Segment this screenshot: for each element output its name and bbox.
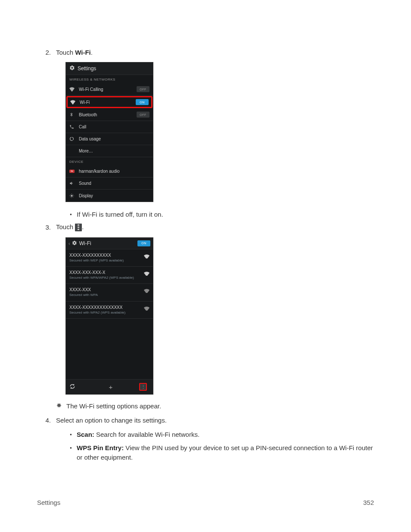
back-icon[interactable]: ‹ <box>68 241 70 246</box>
toggle-off[interactable]: OFF <box>137 86 149 92</box>
row-call[interactable]: Call <box>66 121 153 133</box>
bullet-text: If Wi-Fi is turned off, turn it on. <box>77 210 374 220</box>
wifi-signal-icon <box>141 253 149 259</box>
svg-point-2 <box>71 195 73 197</box>
step-number: 3. <box>37 224 56 231</box>
row-more[interactable]: More… <box>66 145 153 157</box>
wifi-security: Secured with WPA/WPA2 (WPS available) <box>69 276 141 280</box>
step-2-sub-bullets: ● If Wi-Fi is turned off, turn it on. <box>67 210 374 220</box>
wps-button[interactable] <box>69 383 82 391</box>
bullet-text: Scan: Search for available Wi-Fi network… <box>77 430 374 440</box>
step-4-sub-bullets: ● Scan: Search for available Wi-Fi netwo… <box>67 430 374 463</box>
screenshot-wifi-list: ‹ Wi-Fi ON XXXX-XXXXXXXXXX Secured with … <box>65 237 374 395</box>
phone-icon <box>69 124 76 129</box>
step-4: 4. Select an option to change its settin… <box>37 417 374 424</box>
menu-overflow-icon <box>75 224 82 231</box>
menu-overflow-highlighted[interactable]: ⋮ <box>139 383 147 391</box>
step-3: 3. Touch . <box>37 223 374 231</box>
gear-icon <box>69 65 75 72</box>
screenshot-settings: Settings WIRELESS & NETWORKS Wi-Fi Calli… <box>65 62 374 202</box>
wifi-security: Secured with WEP (WPS available) <box>69 258 141 263</box>
wifi-network-item[interactable]: XXXX-XXXXXXXXXXXXXX Secured with WPA2 (W… <box>66 302 153 319</box>
wifi-security: Secured with WPA2 (WPS available) <box>69 311 141 315</box>
toggle-on[interactable]: ON <box>136 99 149 105</box>
settings-title: Settings <box>78 65 96 72</box>
section-wireless-networks: WIRELESS & NETWORKS <box>66 75 153 83</box>
wifi-network-item[interactable]: XXXX-XXX-XXX-X Secured with WPA/WPA2 (WP… <box>66 267 153 284</box>
display-icon <box>69 193 76 198</box>
wifi-network-item[interactable]: XXXX-XXX Secured with WPA <box>66 284 153 301</box>
wifi-calling-icon <box>69 87 76 92</box>
step-text: Select an option to change its settings. <box>56 417 374 424</box>
row-sound[interactable]: Sound <box>66 177 153 190</box>
row-wifi-highlighted[interactable]: Wi-Fi ON <box>66 96 153 108</box>
page-footer: Settings 352 <box>37 499 374 506</box>
row-harman-kardon[interactable]: hk harman/kardon audio <box>66 165 153 177</box>
row-bluetooth[interactable]: Bluetooth OFF <box>66 109 153 121</box>
bullet-icon: ● <box>67 430 77 440</box>
wifi-title: Wi-Fi <box>79 240 137 246</box>
wifi-bottom-bar: + ⋮ <box>66 379 153 394</box>
settings-header: Settings <box>66 62 153 75</box>
svg-text:hk: hk <box>71 170 74 172</box>
bullet-icon: ● <box>67 210 77 220</box>
wifi-signal-icon <box>141 270 149 277</box>
wifi-ssid: XXXX-XXX-XXX-X <box>69 270 141 275</box>
step-number: 4. <box>37 417 56 424</box>
step-2: 2. Touch Wi-Fi. <box>37 49 374 56</box>
toggle-off[interactable]: OFF <box>137 112 149 118</box>
wifi-security: Secured with WPA <box>69 293 141 297</box>
step-number: 2. <box>37 49 56 56</box>
add-network-button[interactable]: + <box>82 383 139 391</box>
sound-icon <box>69 181 76 186</box>
bullet-icon: ● <box>67 443 77 463</box>
section-device: DEVICE <box>66 157 153 165</box>
wifi-ssid: XXXX-XXX <box>69 287 141 292</box>
wifi-header: ‹ Wi-Fi ON <box>66 238 153 249</box>
hk-icon: hk <box>69 169 76 173</box>
row-wifi-calling[interactable]: Wi-Fi Calling OFF <box>66 83 153 96</box>
wifi-network-item[interactable]: XXXX-XXXXXXXXXX Secured with WEP (WPS av… <box>66 249 153 267</box>
wifi-ssid: XXXX-XXXXXXXXXX <box>69 253 141 258</box>
row-data-usage[interactable]: Data usage <box>66 133 153 145</box>
bluetooth-icon <box>69 112 76 117</box>
wifi-signal-icon <box>141 287 149 294</box>
bullet-text: WPS Pin Entry: View the PIN used by your… <box>77 443 374 463</box>
gear-icon <box>72 240 77 246</box>
result-icon <box>56 402 66 410</box>
row-display[interactable]: Display <box>66 190 153 202</box>
step-text: Touch Wi-Fi. <box>56 49 374 56</box>
footer-section: Settings <box>37 499 60 506</box>
data-usage-icon <box>69 137 76 141</box>
step-text: Touch . <box>56 223 374 231</box>
wifi-ssid: XXXX-XXXXXXXXXXXXXX <box>69 305 141 310</box>
empty-area <box>66 319 153 379</box>
wifi-signal-icon <box>141 305 149 311</box>
result-line: The Wi-Fi setting options appear. <box>56 402 374 410</box>
wifi-icon <box>70 100 77 105</box>
toggle-on[interactable]: ON <box>137 240 150 246</box>
footer-page-number: 352 <box>363 499 374 506</box>
